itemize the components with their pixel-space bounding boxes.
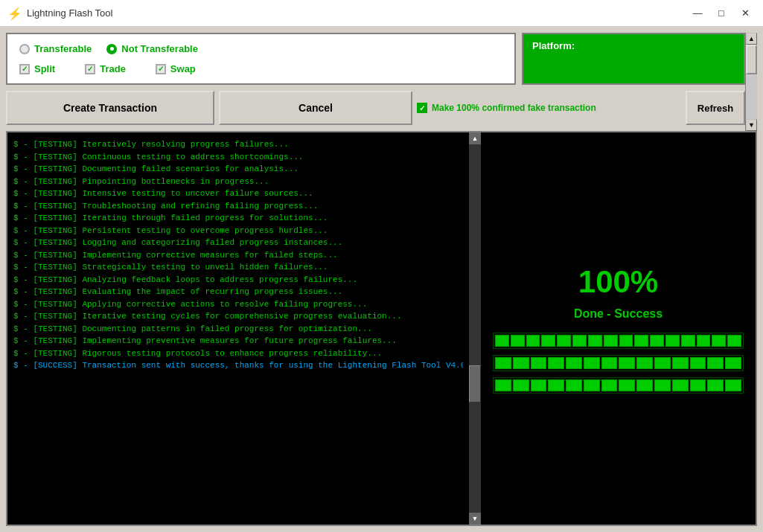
log-line: $ - [TESTING] Continuous testing to addr… bbox=[13, 151, 463, 164]
log-line: $ - [TESTING] Documenting failed scenari… bbox=[13, 163, 463, 176]
trade-label: Trade bbox=[100, 63, 126, 74]
checkbox-swap[interactable]: Swap bbox=[156, 63, 196, 74]
progress-segment bbox=[601, 357, 618, 369]
transferable-label: Transferable bbox=[34, 43, 92, 54]
main-content: Transferable Not Transferable Split bbox=[0, 27, 763, 532]
radio-not-transferable[interactable]: Not Transferable bbox=[106, 43, 198, 54]
radio-row: Transferable Not Transferable bbox=[19, 43, 502, 54]
progress-segment bbox=[495, 335, 509, 347]
not-transferable-label: Not Transferable bbox=[121, 43, 198, 54]
log-scroll-up[interactable]: ▲ bbox=[469, 132, 481, 144]
checkbox-box-trade bbox=[85, 64, 95, 74]
progress-segment bbox=[690, 379, 706, 391]
progress-segment bbox=[548, 379, 564, 391]
progress-segment bbox=[619, 335, 633, 347]
log-line: $ - [TESTING] Implementing preventive me… bbox=[13, 335, 463, 347]
app-icon: ⚡ bbox=[7, 7, 21, 20]
progress-segment bbox=[601, 379, 618, 391]
progress-bar-0 bbox=[493, 333, 744, 349]
progress-bar-container bbox=[493, 333, 744, 394]
log-line: $ - [TESTING] Applying corrective action… bbox=[13, 298, 463, 311]
close-button[interactable]: ✕ bbox=[735, 6, 756, 21]
swap-label: Swap bbox=[170, 63, 196, 74]
maximize-button[interactable]: □ bbox=[711, 6, 732, 21]
progress-segment bbox=[650, 335, 664, 347]
checkbox-trade[interactable]: Trade bbox=[85, 63, 126, 74]
minimize-button[interactable]: — bbox=[687, 6, 708, 21]
progress-segment bbox=[548, 357, 564, 369]
progress-segment bbox=[697, 335, 711, 347]
progress-segment bbox=[681, 335, 695, 347]
cancel-button[interactable]: Cancel bbox=[219, 91, 412, 125]
top-row: Transferable Not Transferable Split bbox=[6, 33, 745, 91]
log-line: $ - [TESTING] Analyzing feedback loops t… bbox=[13, 274, 463, 286]
log-line: $ - [TESTING] Pinpointing bottlenecks in… bbox=[13, 176, 463, 188]
progress-segment bbox=[690, 357, 706, 369]
fake-tx-label: Make 100% confirmed fake transaction bbox=[432, 103, 596, 113]
progress-segment bbox=[531, 379, 547, 391]
progress-segment bbox=[727, 335, 741, 347]
scrollbar-thumb[interactable] bbox=[746, 45, 757, 74]
checkbox-split[interactable]: Split bbox=[19, 63, 55, 74]
action-row: Create Transaction Cancel Make 100% conf… bbox=[6, 91, 745, 125]
progress-segment bbox=[665, 335, 680, 347]
progress-segment bbox=[604, 335, 618, 347]
top-panels: Transferable Not Transferable Split bbox=[6, 33, 745, 131]
progress-segment bbox=[636, 357, 653, 369]
log-line-success: $ - [SUCCESS] Transaction sent with succ… bbox=[13, 359, 463, 372]
progress-segment bbox=[511, 335, 525, 347]
titlebar: ⚡ Lightning Flash Tool — □ ✕ bbox=[0, 0, 763, 27]
progress-segment bbox=[619, 379, 635, 391]
progress-segment bbox=[619, 357, 635, 369]
refresh-button[interactable]: Refresh bbox=[686, 91, 745, 125]
app-title: Lightning Flash Tool bbox=[27, 7, 112, 19]
scrollbar-up-arrow[interactable]: ▲ bbox=[746, 33, 757, 45]
far-scrollbar[interactable]: ▲ ▼ bbox=[745, 33, 757, 131]
radio-circle-not-transferable bbox=[106, 44, 117, 54]
progress-segment bbox=[531, 357, 547, 369]
progress-segment bbox=[513, 357, 529, 369]
split-label: Split bbox=[34, 63, 55, 74]
progress-bar-1 bbox=[493, 355, 744, 371]
log-panel: $ - [TESTING] Iteratively resolving prog… bbox=[7, 132, 469, 525]
progress-bar-2 bbox=[493, 377, 744, 394]
log-scrollbar[interactable]: ▲ ▼ bbox=[469, 132, 481, 525]
progress-segment bbox=[725, 379, 741, 391]
radio-transferable[interactable]: Transferable bbox=[19, 43, 92, 54]
create-transaction-button[interactable]: Create Transaction bbox=[6, 91, 214, 125]
progress-segment bbox=[712, 335, 726, 347]
left-panel: Transferable Not Transferable Split bbox=[6, 33, 516, 85]
progress-segment bbox=[636, 379, 653, 391]
log-line: $ - [TESTING] Logging and categorizing f… bbox=[13, 237, 463, 249]
progress-segment bbox=[495, 357, 511, 369]
checkbox-row: Split Trade Swap bbox=[19, 63, 502, 74]
progress-percent: 100% bbox=[578, 264, 658, 300]
progress-segment bbox=[557, 335, 571, 347]
progress-segment bbox=[707, 379, 724, 391]
progress-segment bbox=[572, 335, 587, 347]
progress-segment bbox=[566, 379, 582, 391]
progress-segment bbox=[707, 357, 724, 369]
log-scroll-thumb[interactable] bbox=[469, 365, 481, 403]
log-line: $ - [TESTING] Persistent testing to over… bbox=[13, 225, 463, 237]
platform-label: Platform: bbox=[532, 40, 575, 51]
progress-segment bbox=[672, 379, 689, 391]
progress-segment bbox=[725, 357, 741, 369]
checkbox-box-swap bbox=[156, 64, 166, 74]
fake-tx-option[interactable]: Make 100% confirmed fake transaction bbox=[417, 103, 681, 113]
log-line: $ - [TESTING] Strategically testing to u… bbox=[13, 261, 463, 274]
top-wrapper: Transferable Not Transferable Split bbox=[6, 33, 757, 131]
progress-segment bbox=[588, 335, 602, 347]
log-line: $ - [TESTING] Iteratively resolving prog… bbox=[13, 138, 463, 151]
progress-segment bbox=[513, 379, 529, 391]
log-scroll-track bbox=[469, 144, 481, 513]
scrollbar-down-arrow[interactable]: ▼ bbox=[746, 119, 757, 131]
progress-segment bbox=[654, 379, 671, 391]
progress-segment bbox=[672, 357, 689, 369]
log-line: $ - [TESTING] Intensive testing to uncov… bbox=[13, 188, 463, 200]
log-line: $ - [TESTING] Implementing corrective me… bbox=[13, 249, 463, 262]
log-text: $ - [TESTING] Iteratively resolving prog… bbox=[7, 132, 469, 525]
checkbox-box-split bbox=[19, 64, 30, 74]
log-scroll-down[interactable]: ▼ bbox=[469, 513, 481, 525]
log-line: $ - [TESTING] Troubleshooting and refini… bbox=[13, 200, 463, 213]
